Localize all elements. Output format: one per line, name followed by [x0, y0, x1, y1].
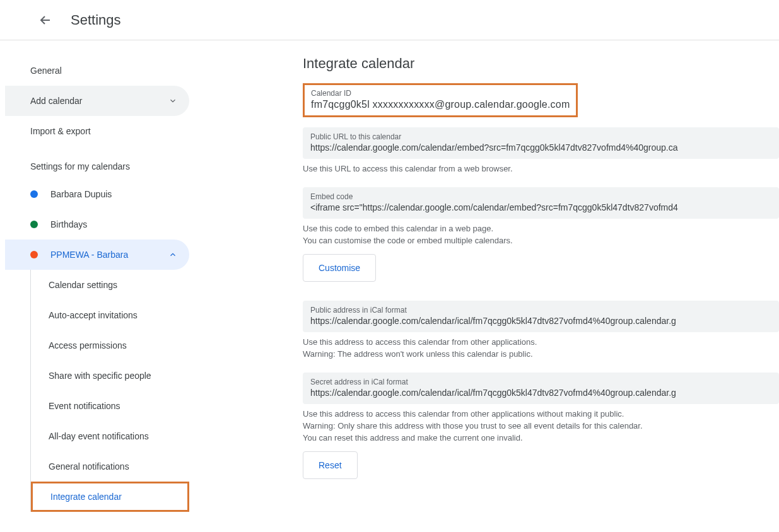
- subnav-label: General notifications: [49, 461, 129, 471]
- page-title: Settings: [71, 12, 121, 28]
- ical-public-help-1: Use this address to access this calendar…: [303, 337, 779, 347]
- ical-secret-label: Secret address in iCal format: [310, 378, 771, 386]
- nav-import-export-label: Import & export: [30, 126, 91, 136]
- subnav-label: Event notifications: [49, 401, 120, 411]
- ical-secret-help-2: Warning: Only share this address with th…: [303, 421, 779, 431]
- customise-button-label: Customise: [319, 263, 360, 273]
- ical-public-field[interactable]: Public address in iCal format https://ca…: [303, 301, 779, 332]
- nav-import-export[interactable]: Import & export: [5, 116, 189, 146]
- nav-general-label: General: [30, 66, 62, 76]
- public-url-label: Public URL to this calendar: [310, 132, 771, 141]
- subnav-label: Access permissions: [49, 340, 127, 350]
- main-content: Integrate calendar Calendar ID fm7qcgg0k…: [189, 40, 779, 527]
- ical-secret-value: https://calendar.google.com/calendar/ica…: [310, 388, 771, 398]
- ical-secret-help-1: Use this address to access this calendar…: [303, 409, 779, 419]
- embed-help-2: You can customise the code or embed mult…: [303, 236, 779, 245]
- calendar-id-value[interactable]: fm7qcgg0k5l xxxxxxxxxxxx@group.calendar.…: [311, 99, 570, 110]
- chevron-up-icon: [167, 248, 179, 261]
- calendar-item-label: Barbara Dupuis: [50, 189, 179, 199]
- ical-public-label: Public address in iCal format: [310, 306, 771, 315]
- sidebar-section-header: Settings for my calendars: [5, 146, 189, 179]
- calendar-item-label: PPMEWA - Barbara: [50, 250, 167, 260]
- calendar-color-dot: [30, 190, 38, 198]
- calendar-id-label: Calendar ID: [311, 89, 570, 98]
- ical-secret-help-3: You can reset this address and make the …: [303, 433, 779, 442]
- public-url-help: Use this URL to access this calendar fro…: [303, 164, 779, 173]
- subnav-allday-notifications[interactable]: All-day event notifications: [31, 421, 189, 451]
- subnav-calendar-settings[interactable]: Calendar settings: [31, 270, 189, 300]
- settings-header: Settings: [0, 0, 779, 40]
- chevron-down-icon: [167, 95, 179, 107]
- calendar-color-dot: [30, 251, 38, 258]
- subnav-auto-accept[interactable]: Auto-accept invitations: [31, 300, 189, 330]
- reset-button[interactable]: Reset: [303, 451, 358, 479]
- sidebar: General Add calendar Import & export Set…: [0, 40, 189, 527]
- ical-public-help-2: Warning: The address won't work unless t…: [303, 349, 779, 359]
- ical-secret-field[interactable]: Secret address in iCal format https://ca…: [303, 373, 779, 404]
- nav-general[interactable]: General: [5, 55, 189, 86]
- nav-add-calendar-label: Add calendar: [30, 96, 83, 106]
- calendar-item-barbara[interactable]: Barbara Dupuis: [5, 179, 189, 209]
- subnav-general-notifications[interactable]: General notifications: [31, 451, 189, 482]
- subnav-label: Share with specific people: [49, 371, 151, 381]
- subnav-label: Calendar settings: [49, 280, 117, 290]
- nav-add-calendar[interactable]: Add calendar: [5, 86, 189, 116]
- embed-code-value: <iframe src="https://calendar.google.com…: [310, 202, 771, 212]
- section-title: Integrate calendar: [303, 55, 779, 72]
- subnav-event-notifications[interactable]: Event notifications: [31, 391, 189, 421]
- subnav-integrate-calendar[interactable]: Integrate calendar: [31, 482, 189, 512]
- subnav-label: Integrate calendar: [50, 492, 122, 502]
- embed-help-1: Use this code to embed this calendar in …: [303, 224, 779, 233]
- calendar-item-birthdays[interactable]: Birthdays: [5, 209, 189, 240]
- public-url-field[interactable]: Public URL to this calendar https://cale…: [303, 127, 779, 159]
- ical-public-value: https://calendar.google.com/calendar/ica…: [310, 316, 771, 326]
- subnav-access-permissions[interactable]: Access permissions: [31, 330, 189, 361]
- calendar-item-ppmewa[interactable]: PPMEWA - Barbara: [5, 240, 189, 270]
- subnav-label: Auto-accept invitations: [49, 310, 138, 320]
- embed-code-field[interactable]: Embed code <iframe src="https://calendar…: [303, 187, 779, 219]
- customise-button[interactable]: Customise: [303, 254, 376, 282]
- subnav-label: All-day event notifications: [49, 431, 149, 441]
- reset-button-label: Reset: [319, 460, 342, 470]
- calendar-id-block: Calendar ID fm7qcgg0k5l xxxxxxxxxxxx@gro…: [303, 83, 578, 117]
- calendar-subnav: Calendar settings Auto-accept invitation…: [30, 270, 189, 512]
- calendar-item-label: Birthdays: [50, 219, 179, 229]
- back-button[interactable]: [33, 8, 58, 33]
- arrow-left-icon: [38, 13, 53, 28]
- public-url-value: https://calendar.google.com/calendar/emb…: [310, 142, 771, 153]
- embed-code-label: Embed code: [310, 192, 771, 201]
- subnav-share[interactable]: Share with specific people: [31, 361, 189, 391]
- calendar-color-dot: [30, 221, 38, 228]
